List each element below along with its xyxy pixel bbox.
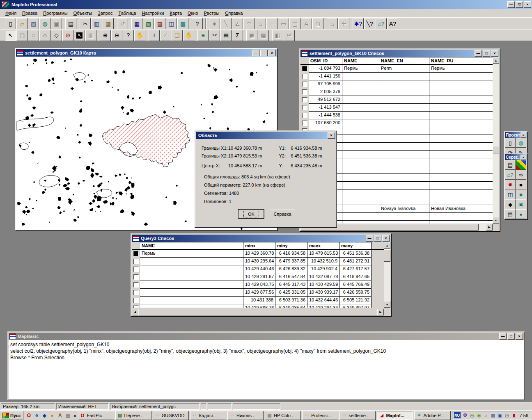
cell[interactable]: 6 426 839.32 [275,265,307,273]
cell[interactable]: 10 429 902.4 [307,265,339,273]
scroll-up-button[interactable]: ▲ [384,242,390,249]
map-maximize-button[interactable]: □ [260,50,268,56]
column-header-NAME_EN[interactable]: NAME_EN [379,57,429,65]
change-zoom-button[interactable]: ? [123,30,134,41]
browser-vertical-scrollbar[interactable]: ▲ ▼ [493,57,499,224]
cell[interactable]: 6 445 317.43 [275,281,307,289]
menu-Объекты[interactable]: Объекты [71,10,95,16]
cell[interactable] [429,127,493,135]
open-dbms-button[interactable]: ◍ [39,18,50,29]
open-book-tool-button[interactable]: ◫ [505,189,516,199]
radius-select-tool-button[interactable]: ◌ [28,30,39,41]
row-checkbox[interactable] [302,121,307,126]
query-vertical-scrollbar[interactable]: ▲ ▼ [384,242,390,308]
row-checkbox[interactable] [302,105,307,110]
tray-display-icon[interactable]: ▣ [497,412,503,418]
black-square-tool-button[interactable]: ■ [516,180,526,189]
mapbasic-titlebar[interactable]: MapBasic — □ × [9,333,524,340]
browser-close-button[interactable]: × [491,50,498,57]
cell[interactable]: 10 429 360.78 [243,250,275,258]
cell[interactable]: Novaya Ivanovka [379,205,429,213]
zoom-in-tool-button[interactable]: ⊕ [100,30,111,41]
cell[interactable]: 107 680 200 [309,119,342,127]
cell[interactable] [379,135,429,143]
select-tool-button[interactable]: ↖ [5,30,16,41]
cell[interactable]: 97 705 999 [309,80,342,88]
row-select-cell[interactable] [300,119,309,127]
cell[interactable] [342,189,379,197]
cell[interactable]: 6 503 971.36 [275,297,307,304]
acdsee-icon[interactable]: A [56,412,64,419]
task-button[interactable]: ▱Кадаст... [190,411,226,420]
cell[interactable]: Пермь [342,65,379,73]
row-select-cell[interactable] [300,80,309,88]
task-button[interactable]: ▤HP Colo... [265,411,301,420]
cell[interactable] [379,143,429,151]
cell[interactable]: 10 429 843.75 [243,281,275,289]
mapbasic-editor[interactable]: set coordsys table settlement_polygon_GK… [9,340,524,399]
column-header-NAME[interactable]: NAME [342,57,379,65]
row-select-cell[interactable] [132,289,140,297]
new-mapper-button[interactable]: ▧ [143,18,154,29]
task-button[interactable]: ▱GUGKVDD [153,411,189,420]
scroll-left-button[interactable]: ◀ [132,309,138,315]
cell[interactable] [429,112,493,119]
cell[interactable] [140,304,243,308]
cell[interactable]: 10 432 644.46 [307,297,339,304]
cell[interactable] [379,221,429,224]
cell[interactable]: Пермь [140,250,243,258]
menu-Растры[interactable]: Растры [201,10,222,16]
mapbasic-close-button[interactable]: × [516,333,523,340]
cell[interactable] [140,258,243,265]
row-select-cell[interactable] [300,65,309,73]
unselect-all-button[interactable]: ⊘ [62,30,73,41]
info-tool-button[interactable]: i [149,30,160,41]
cell[interactable] [379,189,429,197]
mapbasic-minimize-button[interactable]: — [499,333,507,340]
row-selected-checkbox[interactable] [133,251,139,256]
row-select-cell[interactable] [300,112,309,119]
map-minimize-button[interactable]: — [252,50,259,56]
cell[interactable] [379,127,429,135]
scroll-down-button[interactable]: ▼ [493,217,499,224]
cell[interactable]: -2 005 378 [309,88,342,96]
cell[interactable]: 10 429 440.46 [243,265,275,273]
cell[interactable]: 10 430 429.59 [307,281,339,289]
row-checkbox[interactable] [302,113,307,118]
cell[interactable] [342,119,379,127]
cell[interactable]: 6 481 272.91 [339,258,371,265]
symbol-style-button[interactable]: ✱? [353,18,364,29]
help-mode-button[interactable]: ? [192,18,203,29]
scroll-down-button[interactable]: ▼ [384,301,390,308]
cell[interactable] [342,213,379,221]
status-editable-panel[interactable]: Изменяемый: НЕТ [56,403,109,410]
cell[interactable] [342,151,379,158]
cell[interactable] [140,281,243,289]
app-gray-icon[interactable]: ▦ [64,412,71,419]
menu-Таблица[interactable]: Таблица [116,10,139,16]
opera-icon[interactable]: O [25,412,32,419]
cell[interactable] [429,213,493,221]
row-select-cell[interactable] [300,73,309,80]
row-select-cell[interactable] [132,250,140,258]
row-select-cell[interactable] [132,265,140,273]
tray-clock-icon[interactable]: ◷ [504,412,510,418]
task-button[interactable]: OFastPic ... [78,411,114,420]
internet-explorer-icon[interactable]: e [33,412,40,419]
car-tool-button[interactable]: ● [516,209,526,219]
cell[interactable]: 6 425 331.05 [275,289,307,297]
teal-panel-tool-button[interactable]: ■ [516,189,526,199]
cell[interactable] [342,174,379,182]
minimize-button[interactable]: — [507,1,515,8]
notebook-tool-button[interactable]: ◆ [505,199,516,209]
cell[interactable] [379,112,429,119]
cell[interactable] [429,151,493,158]
cell[interactable] [379,197,429,205]
cell[interactable]: 6 416 934.58 [275,250,307,258]
menu-Правка[interactable]: Правка [19,10,40,16]
house-info-tool-button[interactable]: ⌂? [505,170,516,180]
cell[interactable] [429,221,493,224]
cell[interactable]: Новая Ивановка [429,205,493,213]
cell[interactable] [342,127,379,135]
cell[interactable] [342,96,379,104]
